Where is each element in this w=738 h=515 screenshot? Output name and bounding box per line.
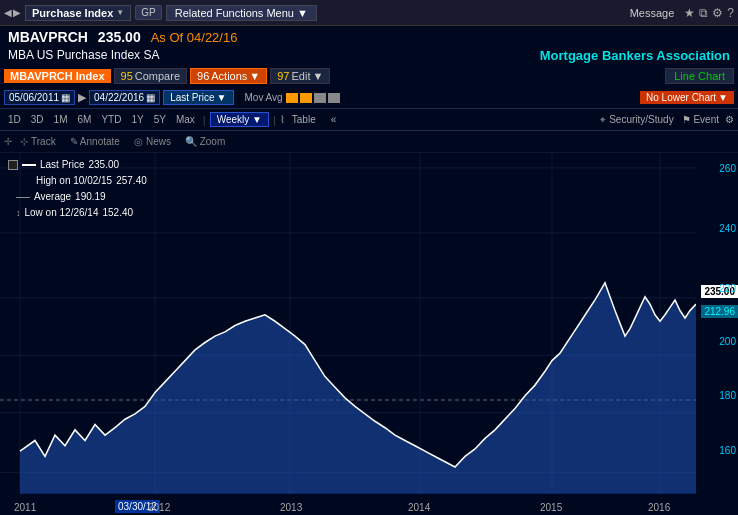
settings-icon[interactable]: ⚙	[712, 6, 723, 20]
color-box-1[interactable]	[286, 93, 298, 103]
prev-arrow[interactable]: ◀	[4, 7, 12, 18]
low-value: 152.40	[102, 205, 133, 221]
average-label: Average	[34, 189, 71, 205]
window-icon[interactable]: ⧉	[699, 6, 708, 20]
news-button[interactable]: ◎ News	[128, 135, 177, 148]
high-value: 257.40	[116, 173, 147, 189]
no-lower-chart-button[interactable]: No Lower Chart ▼	[640, 91, 734, 104]
start-date-icon[interactable]: ▦	[61, 92, 70, 103]
event-button[interactable]: ⚑ Event	[682, 114, 719, 125]
nav-arrows[interactable]: ◀ ▶	[4, 7, 21, 18]
y-label-260: 260	[719, 163, 736, 174]
x-label-2013: 2013	[280, 502, 302, 513]
security-full-name: MBA US Purchase Index SA	[8, 48, 159, 63]
index-badge[interactable]: MBAVPRCH Index	[4, 69, 111, 83]
annotate-button[interactable]: ✎ Annotate	[64, 135, 126, 148]
y-label-220b: 220	[719, 283, 736, 294]
low-arrow-icon: ↕	[16, 205, 21, 221]
price-dropdown-arrow: ▼	[217, 92, 227, 103]
security-study-button[interactable]: ⌖ Security/Study	[600, 114, 673, 126]
related-functions-arrow: ▼	[297, 7, 308, 19]
period-divider: |	[203, 114, 206, 126]
help-icon[interactable]: ?	[727, 6, 734, 20]
legend-line	[22, 164, 36, 166]
action-bar: MBAVPRCH Index 95 Compare 96 Actions ▼ 9…	[0, 65, 738, 87]
period-3d[interactable]: 3D	[27, 113, 48, 126]
actions-num: 96	[197, 70, 209, 82]
crosshair-icon: ✛	[4, 136, 12, 147]
last-price-label: Last Price	[40, 157, 84, 173]
no-lower-arrow: ▼	[718, 92, 728, 103]
period-6m[interactable]: 6M	[74, 113, 96, 126]
date-toolbar: 05/06/2011 ▦ ▶ 04/22/2016 ▦ Last Price ▼…	[0, 87, 738, 109]
period-max[interactable]: Max	[172, 113, 199, 126]
tools-toolbar: ✛ ⊹ Track ✎ Annotate ◎ News 🔍 Zoom	[0, 131, 738, 153]
zoom-label: 🔍 Zoom	[185, 136, 225, 147]
end-date-icon[interactable]: ▦	[146, 92, 155, 103]
zoom-button[interactable]: 🔍 Zoom	[179, 135, 231, 148]
track-label: Track	[31, 136, 56, 147]
period-ytd[interactable]: YTD	[97, 113, 125, 126]
compare-num: 95	[121, 70, 133, 82]
y-label-240: 240	[719, 223, 736, 234]
period-5y[interactable]: 5Y	[150, 113, 170, 126]
color-boxes	[286, 93, 340, 103]
low-label: Low on 12/26/14	[25, 205, 99, 221]
track-button[interactable]: ⊹ Track	[14, 135, 62, 148]
line-icon: ⌇	[280, 114, 285, 125]
no-lower-label: No Lower Chart	[646, 92, 716, 103]
actions-arrow: ▼	[249, 70, 260, 82]
color-box-4[interactable]	[328, 93, 340, 103]
security-dropdown[interactable]: Purchase Index ▼	[25, 5, 131, 21]
chart-settings-button[interactable]: ⚙	[725, 114, 734, 125]
mov-avg-label: Mov Avg	[245, 92, 283, 103]
line-chart-button[interactable]: Line Chart	[665, 68, 734, 84]
color-box-2[interactable]	[300, 93, 312, 103]
actions-label: Actions	[211, 70, 247, 82]
x-label-2015: 2015	[540, 502, 562, 513]
period-weekly[interactable]: Weekly ▼	[210, 112, 269, 127]
last-price-value: 235.00	[88, 157, 119, 173]
avg-line	[16, 197, 30, 198]
edit-num: 97	[277, 70, 289, 82]
period-1y[interactable]: 1Y	[127, 113, 147, 126]
start-date-field[interactable]: 05/06/2011 ▦	[4, 90, 75, 105]
high-label: High on 10/02/15	[36, 173, 112, 189]
expand-button[interactable]: «	[327, 113, 341, 126]
table-button[interactable]: Table	[287, 113, 321, 126]
y-label-200: 200	[719, 336, 736, 347]
date-separator: ▶	[78, 91, 86, 104]
end-date-field[interactable]: 04/22/2016 ▦	[89, 90, 160, 105]
as-of-date: As Of 04/22/16	[151, 30, 238, 45]
security-dropdown-arrow: ▼	[116, 8, 124, 17]
period-1d[interactable]: 1D	[4, 113, 25, 126]
x-label-2016: 2016	[648, 502, 670, 513]
price-dropdown[interactable]: Last Price ▼	[163, 90, 233, 105]
related-functions-dropdown[interactable]: Related Functions Menu ▼	[166, 5, 317, 21]
gp-button[interactable]: GP	[135, 5, 161, 20]
average-value: 190.19	[75, 189, 106, 205]
end-date: 04/22/2016	[94, 92, 144, 103]
price-label: Last Price	[170, 92, 214, 103]
x-label-2014: 2014	[408, 502, 430, 513]
chart-area: Last Price 235.00 High on 10/02/15 257.4…	[0, 153, 738, 515]
actions-button[interactable]: 96 Actions ▼	[190, 68, 267, 84]
period-1m[interactable]: 1M	[50, 113, 72, 126]
edit-button[interactable]: 97 Edit ▼	[270, 68, 330, 84]
y-axis: 260 240 235.00 220 212.96 200 180 160	[696, 153, 738, 515]
color-box-3[interactable]	[314, 93, 326, 103]
nav-icons: ★ ⧉ ⚙ ?	[684, 6, 734, 20]
institution-name: Mortgage Bankers Association	[540, 48, 730, 63]
related-functions-label: Related Functions Menu	[175, 7, 294, 19]
current-price: 235.00	[98, 29, 141, 45]
period-divider2: |	[273, 114, 276, 126]
next-arrow[interactable]: ▶	[13, 7, 21, 18]
security-header: MBAVPRCH 235.00 As Of 04/22/16	[0, 26, 738, 48]
top-nav: ◀ ▶ Purchase Index ▼ GP Related Function…	[0, 0, 738, 26]
compare-button[interactable]: 95 Compare	[114, 68, 188, 84]
x-label-2012: 2012	[148, 502, 170, 513]
star-icon[interactable]: ★	[684, 6, 695, 20]
legend-checkbox[interactable]	[8, 160, 18, 170]
message-label[interactable]: Message	[624, 7, 681, 19]
news-icon: ◎	[134, 136, 143, 147]
